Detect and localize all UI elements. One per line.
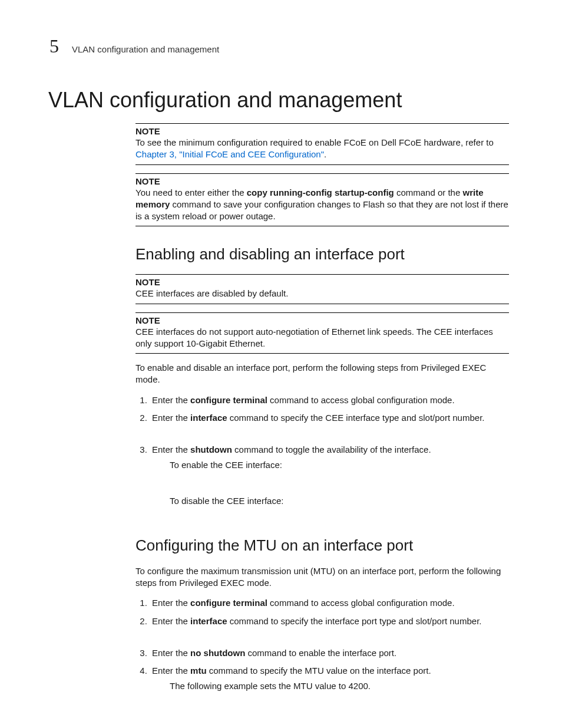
note-body: You need to enter either the copy runnin… bbox=[135, 187, 509, 223]
note-text: You need to enter either the bbox=[135, 187, 247, 197]
note-text: To see the minimum configuration require… bbox=[135, 137, 494, 147]
step-text: Enter the bbox=[152, 413, 190, 423]
step: Enter the configure terminal command to … bbox=[150, 394, 509, 406]
step-text: command to access global configuration m… bbox=[267, 598, 455, 608]
step-text: Enter the bbox=[152, 648, 190, 658]
note-block-2: NOTE You need to enter either the copy r… bbox=[135, 173, 509, 227]
page-title: VLAN configuration and management bbox=[48, 88, 509, 113]
step-text: command to specify the interface port ty… bbox=[227, 616, 482, 626]
note-block-3: NOTE CEE interfaces are disabled by defa… bbox=[135, 274, 509, 304]
note-body: To see the minimum configuration require… bbox=[135, 137, 509, 161]
command-no-shutdown: no shutdown bbox=[190, 648, 245, 658]
step-text: Enter the bbox=[152, 395, 190, 405]
step-subtext-mtu4200: The following example sets the MTU value… bbox=[170, 680, 509, 692]
command-interface: interface bbox=[190, 413, 227, 423]
note-block-4: NOTE CEE interfaces do not support auto-… bbox=[135, 312, 509, 354]
note-label: NOTE bbox=[135, 126, 509, 136]
note-text: command to save your configuration chang… bbox=[135, 199, 508, 221]
command-configure-terminal: configure terminal bbox=[190, 598, 267, 608]
note-text: command or the bbox=[394, 187, 463, 197]
note-block-1: NOTE To see the minimum configuration re… bbox=[135, 123, 509, 165]
section-title-enable-disable: Enabling and disabling an interface port bbox=[135, 245, 509, 263]
step-text: command to toggle the availability of th… bbox=[232, 444, 431, 454]
section1-intro: To enable and disable an interface port,… bbox=[135, 362, 509, 386]
step-subtext-enable: To enable the CEE interface: bbox=[170, 459, 509, 471]
command-mtu: mtu bbox=[190, 666, 207, 676]
running-header: 5 VLAN configuration and management bbox=[49, 35, 509, 57]
step-text: Enter the bbox=[152, 616, 190, 626]
note-body: CEE interfaces are disabled by default. bbox=[135, 288, 509, 299]
link-chapter3[interactable]: Chapter 3, "Initial FCoE and CEE Configu… bbox=[135, 149, 324, 159]
section-title-mtu: Configuring the MTU on an interface port bbox=[135, 536, 509, 555]
step-text: command to enable the interface port. bbox=[245, 648, 396, 658]
section2-steps: Enter the configure terminal command to … bbox=[135, 597, 509, 692]
step: Enter the mtu command to specify the MTU… bbox=[150, 665, 509, 693]
section1-steps: Enter the configure terminal command to … bbox=[135, 394, 509, 507]
command-configure-terminal: configure terminal bbox=[190, 395, 267, 405]
step: Enter the shutdown command to toggle the… bbox=[150, 444, 509, 507]
note-text: . bbox=[324, 149, 326, 159]
running-title: VLAN configuration and management bbox=[72, 44, 219, 54]
page: 5 VLAN configuration and management VLAN… bbox=[0, 0, 562, 728]
chapter-number: 5 bbox=[49, 35, 59, 57]
command-shutdown: shutdown bbox=[190, 444, 232, 454]
note-label: NOTE bbox=[135, 315, 509, 325]
step: Enter the configure terminal command to … bbox=[150, 597, 509, 609]
step: Enter the no shutdown command to enable … bbox=[150, 647, 509, 659]
step-subtext-disable: To disable the CEE interface: bbox=[170, 495, 509, 507]
step-text: command to specify the CEE interface typ… bbox=[227, 413, 485, 423]
step-text: Enter the bbox=[152, 444, 190, 454]
step-text: Enter the bbox=[152, 666, 190, 676]
command-interface: interface bbox=[190, 616, 227, 626]
note-label: NOTE bbox=[135, 277, 509, 287]
step: Enter the interface command to specify t… bbox=[150, 412, 509, 424]
step: Enter the interface command to specify t… bbox=[150, 615, 509, 627]
command-copy-running-config: copy running-config startup-config bbox=[247, 187, 394, 197]
step-text: command to access global configuration m… bbox=[267, 395, 455, 405]
step-text: Enter the bbox=[152, 598, 190, 608]
section2-intro: To configure the maximum transmission un… bbox=[135, 565, 509, 589]
step-text: command to specify the MTU value on the … bbox=[207, 666, 431, 676]
note-label: NOTE bbox=[135, 176, 509, 186]
note-body: CEE interfaces do not support auto-negot… bbox=[135, 326, 509, 350]
